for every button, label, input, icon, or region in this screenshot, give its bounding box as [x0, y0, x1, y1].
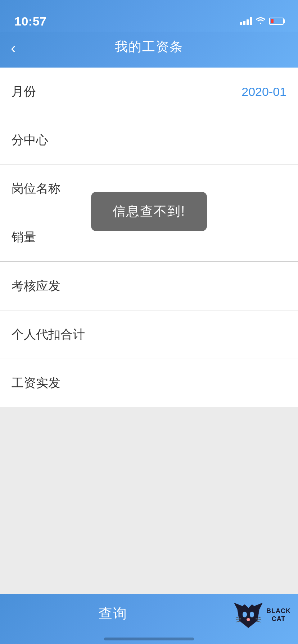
- tab-bar: 查询 BLACK CAT: [0, 594, 298, 644]
- svg-marker-0: [238, 604, 259, 628]
- status-time: 10:57: [14, 14, 46, 28]
- query-label: 查询: [99, 604, 127, 623]
- form-content: 月份 2020-01 分中心 岗位名称 销量 考核应发 个人代扣合计 工资实发: [0, 68, 298, 407]
- svg-point-5: [247, 618, 250, 621]
- nav-header: ‹ 我的工资条: [0, 32, 298, 68]
- svg-line-10: [256, 620, 261, 620]
- deduction-label: 个人代扣合计: [12, 326, 85, 343]
- blackcat-icon: [234, 601, 263, 630]
- status-bar: 10:57: [0, 0, 298, 32]
- back-button[interactable]: ‹: [11, 41, 16, 56]
- actual-salary-label: 工资实发: [12, 375, 60, 391]
- sales-row: 销量: [0, 213, 298, 262]
- content-wrapper: 月份 2020-01 分中心 岗位名称 销量 考核应发 个人代扣合计 工资实发: [0, 68, 298, 594]
- gray-area: [0, 407, 298, 594]
- sales-label: 销量: [12, 229, 36, 245]
- home-indicator: [104, 638, 194, 640]
- assessment-label: 考核应发: [12, 278, 60, 294]
- month-value: 2020-01: [241, 85, 286, 99]
- svg-point-4: [250, 612, 254, 617]
- svg-line-7: [236, 620, 241, 620]
- signal-icon: [240, 17, 252, 25]
- blackcat-logo: BLACK CAT: [226, 594, 298, 637]
- position-row: 岗位名称: [0, 165, 298, 213]
- subcenter-row: 分中心: [0, 116, 298, 165]
- wifi-icon: [256, 16, 266, 26]
- svg-point-3: [243, 612, 247, 617]
- page-title: 我的工资条: [115, 38, 183, 56]
- position-label: 岗位名称: [12, 180, 60, 197]
- battery-icon: [269, 18, 284, 25]
- status-icons: [240, 16, 284, 26]
- assessment-row: 考核应发: [0, 262, 298, 310]
- blackcat-text-en2: CAT: [272, 615, 286, 623]
- query-tab[interactable]: 查询: [0, 604, 226, 626]
- month-label: 月份: [12, 83, 36, 100]
- subcenter-label: 分中心: [12, 132, 48, 148]
- month-row[interactable]: 月份 2020-01: [0, 68, 298, 116]
- actual-salary-row: 工资实发: [0, 359, 298, 407]
- deduction-row: 个人代扣合计: [0, 310, 298, 359]
- blackcat-text-en: BLACK: [266, 607, 291, 615]
